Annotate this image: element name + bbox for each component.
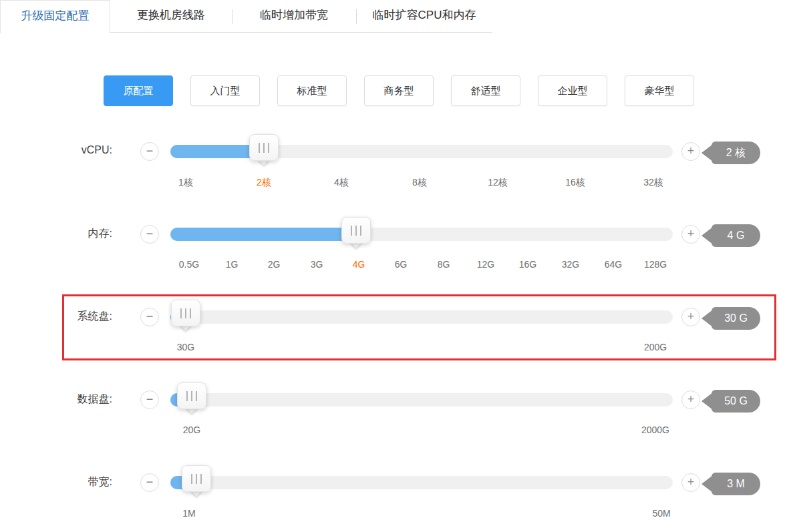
system-disk-value-badge: 30 G [701, 307, 760, 330]
grip-bar [263, 143, 265, 153]
system-disk-decrease-button[interactable]: − [140, 308, 159, 326]
tab-bar-divider [110, 32, 492, 33]
memory-tick-label: 16G [519, 259, 536, 270]
vcpu-slider-handle[interactable] [249, 134, 279, 161]
drag-handle-icon [177, 382, 206, 409]
data-disk-tick-label: 20G [183, 425, 200, 435]
bandwidth-tick-label: 50M [652, 508, 670, 519]
plus-icon: + [682, 143, 699, 160]
bandwidth-tick-label: 1M [182, 508, 195, 519]
bandwidth-slider-track[interactable] [170, 476, 673, 489]
vcpu-decrease-button[interactable]: − [140, 142, 159, 161]
memory-tick-label: 1G [226, 259, 239, 270]
system-disk-value-text: 30 G [712, 307, 760, 330]
bandwidth-decrease-button[interactable]: − [140, 473, 159, 492]
tab-temp-expand-cpu-memory[interactable]: 临时扩容CPU和内存 [356, 0, 492, 33]
memory-label: 内存: [39, 227, 112, 241]
drag-handle-icon [182, 465, 211, 492]
preset-button-enterprise-type[interactable]: 企业型 [538, 75, 607, 106]
system-disk-slider-track[interactable] [170, 310, 673, 324]
bandwidth-slider-handle[interactable] [182, 465, 211, 492]
grip-bar [190, 308, 191, 318]
preset-button-standard-type[interactable]: 标准型 [277, 75, 347, 106]
vcpu-value-badge: 2 核 [701, 142, 760, 164]
system-disk-tick-label: 200G [644, 342, 667, 352]
system-disk-slider-handle[interactable] [171, 300, 200, 326]
memory-tick-label: 128G [644, 259, 667, 270]
system-disk-tick-label: 30G [177, 342, 194, 352]
memory-tick-label: 64G [605, 259, 622, 270]
minus-icon: − [141, 308, 158, 325]
grip-bar [360, 226, 361, 236]
memory-value-badge: 4 G [701, 224, 760, 247]
vcpu-slider-track[interactable] [170, 145, 673, 158]
memory-tick-label: 2G [268, 259, 281, 270]
memory-decrease-button[interactable]: − [140, 225, 159, 244]
data-disk-label: 数据盘: [39, 392, 112, 407]
memory-tick-label: 4G [353, 259, 365, 270]
minus-icon: − [141, 474, 158, 491]
memory-increase-button[interactable]: + [681, 225, 700, 244]
minus-icon: − [141, 143, 158, 160]
memory-tick-label: 0.5G [179, 259, 199, 270]
preset-button-row: 原配置入门型标准型商务型舒适型企业型豪华型 [104, 75, 712, 106]
vcpu-tick-label: 8核 [412, 177, 427, 189]
bandwidth-label: 带宽: [39, 475, 112, 489]
drag-handle-icon [249, 134, 279, 161]
preset-button-original-config[interactable]: 原配置 [104, 75, 173, 106]
memory-slider-fill [170, 228, 356, 241]
memory-slider-track[interactable] [170, 228, 673, 241]
plus-icon: + [682, 391, 699, 408]
data-disk-slider-handle[interactable] [177, 382, 206, 409]
minus-icon: − [141, 391, 158, 408]
grip-bar [186, 391, 188, 401]
grip-bar [259, 143, 260, 153]
data-disk-value-badge: 50 G [701, 390, 760, 413]
vcpu-tick-label: 4核 [334, 177, 349, 189]
grip-bar [196, 391, 197, 401]
memory-value-text: 4 G [712, 224, 760, 247]
memory-tick-label: 32G [562, 259, 579, 270]
memory-tick-label: 12G [477, 259, 494, 270]
bandwidth-value-badge: 3 M [701, 473, 760, 495]
vcpu-tick-label: 32核 [643, 177, 663, 189]
vcpu-increase-button[interactable]: + [681, 142, 700, 161]
minus-icon: − [141, 226, 158, 242]
grip-bar [200, 474, 202, 484]
grip-bar [268, 143, 269, 153]
grip-bar [191, 474, 192, 484]
vcpu-tick-label: 1核 [178, 177, 193, 189]
data-disk-tick-label: 2000G [641, 425, 669, 435]
data-disk-decrease-button[interactable]: − [140, 390, 159, 409]
memory-tick-label: 3G [311, 259, 323, 270]
vcpu-tick-label: 16核 [565, 177, 585, 189]
preset-button-deluxe-type[interactable]: 豪华型 [625, 75, 694, 106]
bandwidth-increase-button[interactable]: + [681, 473, 700, 492]
preset-button-comfort-type[interactable]: 舒适型 [451, 75, 520, 106]
preset-button-entry-type[interactable]: 入门型 [190, 75, 260, 106]
system-disk-label: 系统盘: [39, 310, 112, 324]
drag-handle-icon [171, 300, 200, 326]
memory-tick-label: 8G [438, 259, 450, 270]
data-disk-slider-track[interactable] [170, 393, 673, 407]
vcpu-label: vCPU: [39, 144, 112, 156]
tab-upgrade-fixed-config[interactable]: 升级固定配置 [0, 0, 110, 33]
memory-slider-handle[interactable] [341, 217, 371, 244]
grip-bar [355, 226, 357, 236]
highlight-border-system-disk [62, 294, 776, 360]
plus-icon: + [682, 308, 699, 325]
grip-bar [196, 474, 197, 484]
bandwidth-value-text: 3 M [712, 473, 760, 495]
grip-bar [191, 391, 192, 401]
grip-bar [351, 226, 352, 236]
tab-temp-add-bandwidth[interactable]: 临时增加带宽 [232, 0, 356, 33]
data-disk-increase-button[interactable]: + [681, 390, 700, 409]
vcpu-tick-label: 2核 [257, 177, 271, 189]
plus-icon: + [682, 474, 699, 491]
preset-button-business-type[interactable]: 商务型 [364, 75, 434, 106]
server-config-page: 升级固定配置更换机房线路临时增加带宽临时扩容CPU和内存 原配置入门型标准型商务… [0, 0, 787, 532]
tab-change-datacenter-line[interactable]: 更换机房线路 [110, 0, 232, 33]
data-disk-value-text: 50 G [712, 390, 760, 413]
plus-icon: + [682, 226, 699, 242]
system-disk-increase-button[interactable]: + [681, 308, 700, 326]
